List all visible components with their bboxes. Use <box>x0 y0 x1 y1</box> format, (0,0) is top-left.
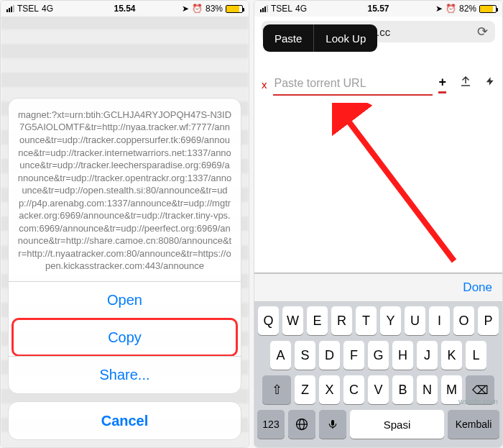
signal-icon <box>260 5 268 12</box>
reload-icon[interactable]: ⟳ <box>477 24 488 40</box>
key-a[interactable]: A <box>270 341 291 370</box>
key-n[interactable]: N <box>417 375 438 404</box>
add-icon[interactable]: + <box>438 75 446 93</box>
battery-pct: 83% <box>206 4 223 14</box>
cancel-button[interactable]: Cancel <box>8 401 241 440</box>
open-button[interactable]: Open <box>9 281 241 319</box>
key-g[interactable]: G <box>368 341 389 370</box>
torrent-input-row: x + <box>262 73 495 96</box>
carrier-label: TSEL <box>271 4 292 14</box>
key-s[interactable]: S <box>295 341 315 370</box>
mic-key[interactable] <box>319 410 346 439</box>
location-icon: ➤ <box>435 4 443 14</box>
network-label: 4G <box>295 4 307 14</box>
key-i[interactable]: I <box>429 306 450 335</box>
key-p[interactable]: P <box>478 306 499 335</box>
key-q[interactable]: Q <box>258 306 279 335</box>
svg-rect-3 <box>331 420 334 426</box>
key-t[interactable]: T <box>356 306 377 335</box>
copy-button[interactable]: Copy <box>11 318 238 357</box>
bolt-icon[interactable] <box>485 75 495 93</box>
shift-key[interactable]: ⇧ <box>262 375 291 404</box>
signal-icon <box>6 5 14 12</box>
svg-line-0 <box>343 114 454 261</box>
key-w[interactable]: W <box>282 306 303 335</box>
key-u[interactable]: U <box>405 306 425 335</box>
alarm-icon: ⏰ <box>446 4 456 14</box>
battery-icon <box>226 5 243 13</box>
key-c[interactable]: C <box>343 375 364 404</box>
key-f[interactable]: F <box>343 341 364 370</box>
battery-pct: 82% <box>459 4 476 14</box>
action-sheet: magnet:?xt=urn:btih:GCLHJA4RYJOPQH47S-N3… <box>8 98 241 440</box>
network-label: 4G <box>42 4 53 14</box>
numbers-key[interactable]: 123 <box>257 410 285 439</box>
watermark: wsxdn.com <box>458 397 498 406</box>
status-bar: TSEL 4G 15.54 ➤ ⏰ 83% <box>1 1 249 17</box>
phone-left: TSEL 4G 15.54 ➤ ⏰ 83% magnet:?xt=urn:bti… <box>0 0 249 448</box>
lookup-menu-item[interactable]: Look Up <box>314 24 377 52</box>
space-key[interactable]: Spasi <box>350 410 444 439</box>
key-v[interactable]: V <box>368 375 389 404</box>
magnet-link-text: magnet:?xt=urn:btih:GCLHJA4RYJOPQH47S-N3… <box>9 99 241 281</box>
key-l[interactable]: L <box>466 341 486 370</box>
clear-input-button[interactable]: x <box>262 78 267 91</box>
location-icon: ➤ <box>182 4 189 14</box>
context-menu: Paste Look Up <box>263 24 377 52</box>
paste-menu-item[interactable]: Paste <box>263 24 313 52</box>
status-bar: TSEL 4G 15.57 ➤ ⏰ 82% <box>254 1 502 17</box>
key-o[interactable]: O <box>453 306 474 335</box>
share-button[interactable]: Share... <box>9 356 241 393</box>
keyboard-toolbar: Done <box>254 273 502 302</box>
upload-icon[interactable] <box>459 75 472 93</box>
phone-right: TSEL 4G 15.57 ➤ ⏰ 82% Paste Look Up eedr… <box>254 0 503 448</box>
key-e[interactable]: E <box>307 306 328 335</box>
battery-icon <box>479 5 497 13</box>
key-z[interactable]: Z <box>295 375 315 404</box>
annotation-arrow <box>332 103 476 268</box>
keyboard-row-bottom: 123 Spasi Kembali <box>257 410 499 439</box>
key-x[interactable]: X <box>319 375 340 404</box>
key-k[interactable]: K <box>441 341 462 370</box>
key-h[interactable]: H <box>392 341 413 370</box>
key-d[interactable]: D <box>319 341 340 370</box>
carrier-label: TSEL <box>17 4 39 14</box>
keyboard: Done QWERTYUIOP ASDFGHJKL ⇧ZXCVBNM⌫ 123 … <box>254 273 502 447</box>
alarm-icon: ⏰ <box>192 4 203 14</box>
keyboard-row-1: QWERTYUIOP <box>257 306 499 335</box>
key-y[interactable]: Y <box>380 306 401 335</box>
clock: 15.54 <box>114 4 135 14</box>
clock: 15.57 <box>367 4 389 14</box>
key-b[interactable]: B <box>392 375 413 404</box>
return-key[interactable]: Kembali <box>448 410 499 439</box>
torrent-url-input[interactable] <box>273 73 433 96</box>
key-j[interactable]: J <box>417 341 438 370</box>
key-r[interactable]: R <box>331 306 352 335</box>
done-button[interactable]: Done <box>463 280 492 295</box>
keyboard-row-2: ASDFGHJKL <box>257 341 499 370</box>
globe-key[interactable] <box>288 410 315 439</box>
